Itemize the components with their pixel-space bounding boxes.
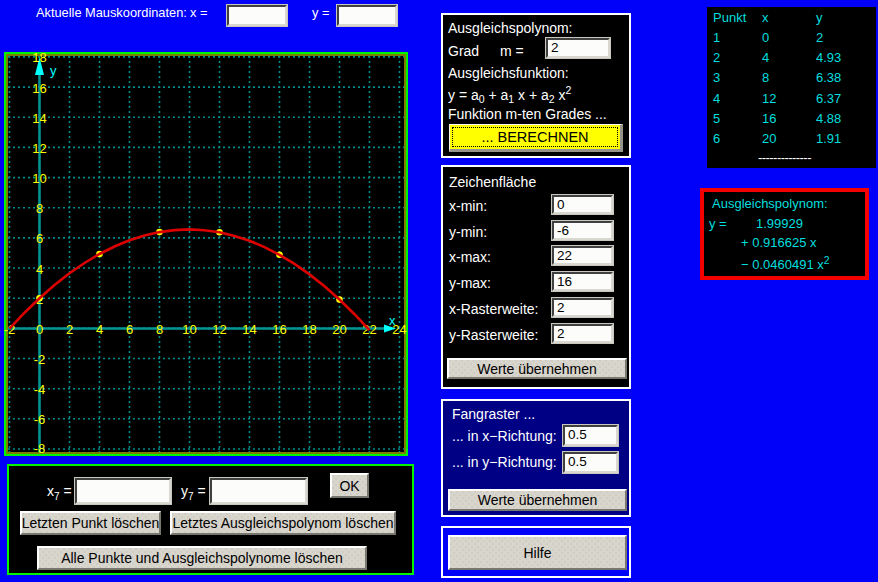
svg-text:-4: -4: [34, 382, 46, 397]
svg-text:-8: -8: [34, 441, 46, 456]
svg-text:20: 20: [332, 322, 346, 337]
svg-text:0: 0: [36, 322, 43, 337]
svg-text:12: 12: [212, 322, 226, 337]
svg-text:14: 14: [32, 111, 46, 126]
svg-text:18: 18: [32, 50, 46, 65]
svg-text:16: 16: [272, 322, 286, 337]
svg-text:10: 10: [32, 171, 46, 186]
svg-text:14: 14: [242, 322, 256, 337]
svg-text:12: 12: [32, 141, 46, 156]
svg-text:-6: -6: [34, 412, 46, 427]
svg-text:2: 2: [66, 322, 73, 337]
svg-text:8: 8: [36, 201, 43, 216]
svg-text:6: 6: [36, 231, 43, 246]
svg-text:-2: -2: [34, 352, 46, 367]
svg-text:y: y: [50, 63, 57, 78]
svg-text:4: 4: [96, 322, 103, 337]
svg-text:16: 16: [32, 81, 46, 96]
svg-text:x: x: [389, 313, 396, 328]
svg-text:18: 18: [302, 322, 316, 337]
svg-text:8: 8: [156, 322, 163, 337]
svg-text:4: 4: [36, 262, 43, 277]
svg-text:6: 6: [126, 322, 133, 337]
svg-text:10: 10: [182, 322, 196, 337]
